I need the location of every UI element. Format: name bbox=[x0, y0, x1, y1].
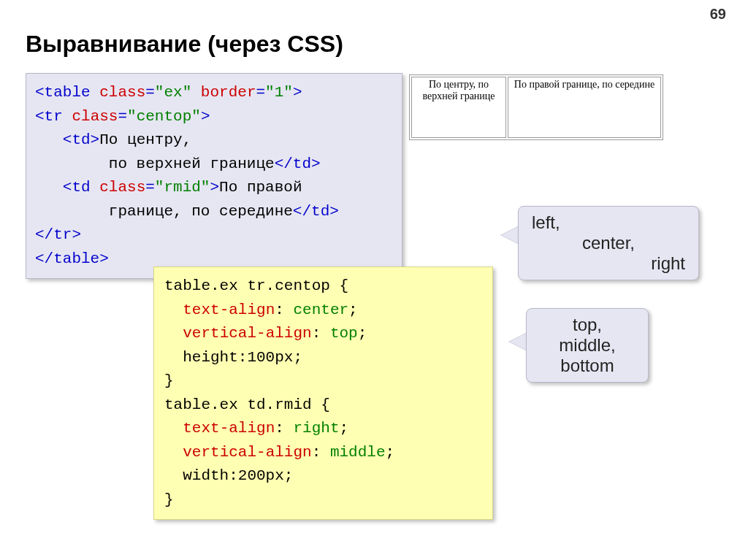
code-text bbox=[164, 444, 183, 461]
code-text: : bbox=[312, 444, 330, 461]
code-text: top bbox=[330, 325, 358, 342]
code-text: ; bbox=[348, 302, 358, 318]
code-text: > bbox=[293, 84, 302, 101]
code-text: = bbox=[145, 84, 155, 101]
code-text: class bbox=[99, 84, 145, 101]
code-text: class bbox=[72, 108, 118, 125]
code-text: right bbox=[293, 420, 339, 437]
code-text: = bbox=[118, 108, 127, 125]
code-text: "ex" bbox=[155, 84, 191, 101]
code-text: "rmid" bbox=[155, 179, 210, 196]
example-cell-center-top: По центру, по верхней границе bbox=[411, 77, 506, 138]
code-text bbox=[164, 325, 183, 342]
code-text: : bbox=[275, 420, 293, 437]
code-text: </td> bbox=[293, 203, 339, 220]
callout-line: left, bbox=[532, 212, 685, 233]
code-text: } bbox=[164, 491, 174, 508]
code-text: <table bbox=[35, 84, 99, 101]
code-text: : bbox=[275, 302, 293, 318]
code-text: height:100px; bbox=[164, 349, 302, 366]
code-text: class bbox=[99, 179, 145, 196]
code-text: = bbox=[256, 84, 265, 101]
callout-line: bottom bbox=[540, 356, 635, 376]
code-text: </td> bbox=[275, 156, 321, 172]
code-text bbox=[164, 302, 183, 318]
callout-tail-icon bbox=[501, 226, 519, 244]
code-text: ; bbox=[386, 444, 395, 461]
code-text: <tr bbox=[35, 108, 72, 125]
code-text: = bbox=[145, 179, 155, 196]
code-text: text-align bbox=[183, 420, 275, 437]
code-text: По правой bbox=[219, 179, 302, 196]
page-number: 69 bbox=[710, 6, 726, 23]
example-table: По центру, по верхней границе По правой … bbox=[409, 74, 663, 140]
html-code-block: <table class="ex" border="1"> <tr class=… bbox=[26, 73, 402, 279]
code-text: > bbox=[201, 108, 210, 125]
code-text: center bbox=[293, 302, 348, 318]
callout-text-align-values: left, center, right bbox=[518, 206, 699, 280]
code-text: border bbox=[191, 84, 256, 101]
code-text: По центру, bbox=[99, 131, 191, 148]
code-text: <td> bbox=[63, 131, 99, 148]
code-text: > bbox=[210, 179, 219, 196]
code-text bbox=[164, 420, 183, 437]
code-text: ; bbox=[339, 420, 348, 437]
callout-vertical-align-values: top, middle, bottom bbox=[526, 308, 649, 383]
code-text: middle bbox=[330, 444, 386, 461]
code-text bbox=[35, 131, 63, 148]
code-text: vertical-align bbox=[183, 444, 311, 461]
callout-line: top, bbox=[540, 315, 635, 335]
code-text: "1" bbox=[265, 84, 293, 101]
code-text: : bbox=[312, 325, 330, 342]
code-text: table.ex tr.centop { bbox=[164, 277, 348, 294]
code-text bbox=[35, 179, 63, 196]
code-text: границе, по середине bbox=[35, 203, 293, 220]
code-text: "centop" bbox=[127, 108, 201, 125]
code-text: ; bbox=[358, 325, 367, 342]
page-title: Выравнивание (через CSS) bbox=[26, 31, 343, 58]
callout-line: right bbox=[532, 253, 685, 274]
example-cell-right-middle: По правой границе, по середине bbox=[508, 77, 661, 138]
css-code-block: table.ex tr.centop { text-align: center;… bbox=[153, 266, 493, 520]
code-text: } bbox=[164, 372, 174, 389]
code-text: <td bbox=[63, 179, 99, 196]
callout-tail-icon bbox=[509, 333, 527, 350]
code-text: по верхней границе bbox=[35, 156, 275, 172]
code-text: </table> bbox=[35, 250, 109, 267]
code-text: text-align bbox=[183, 302, 275, 318]
callout-line: center, bbox=[532, 233, 685, 253]
code-text: width:200px; bbox=[164, 467, 293, 484]
code-text: </tr> bbox=[35, 226, 81, 243]
code-text: vertical-align bbox=[183, 325, 311, 342]
callout-line: middle, bbox=[540, 335, 635, 356]
code-text: table.ex td.rmid { bbox=[164, 396, 330, 413]
